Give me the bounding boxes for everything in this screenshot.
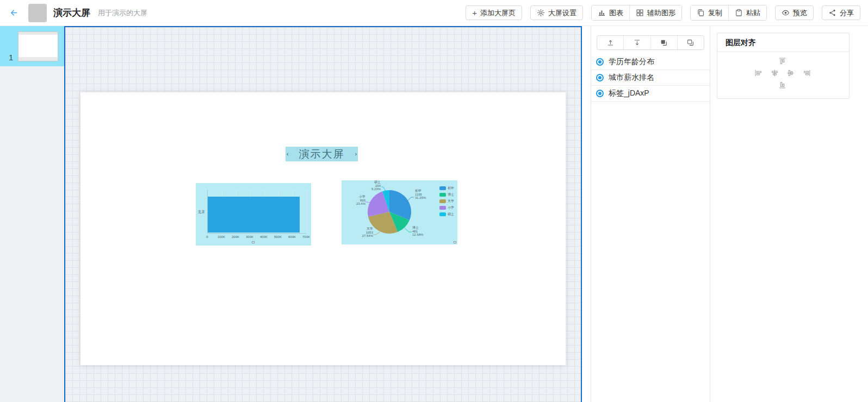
bar-chart-bar [208, 197, 300, 233]
pie-slice-label: 小学89523.4% [348, 195, 365, 206]
bar-chart-x-tick-label: 500K [274, 235, 282, 238]
preview-label: 预览 [793, 8, 807, 18]
pie-legend-item[interactable]: 初中 [439, 186, 457, 190]
align-bottom-icon [778, 81, 786, 89]
copy-button[interactable]: 复制 [691, 5, 728, 20]
chart-button[interactable]: 图表 [592, 5, 629, 20]
shapes-grid-icon [636, 9, 644, 17]
clipboard-button-group: 复制 粘贴 [690, 5, 767, 21]
align-horizontal-center-icon [771, 69, 779, 77]
resize-handle-bottom-icon[interactable] [252, 241, 255, 243]
align-right-icon [803, 69, 811, 77]
legend-swatch-icon [439, 206, 446, 210]
bar-chart-x-tick-label: 100K [218, 235, 225, 238]
page-subtitle: 用于演示的大屏 [98, 8, 147, 18]
slide-surface[interactable]: ‹ 演示大屏 › 北京 0100K200K300K400K500K600K700… [80, 92, 566, 365]
layer-align-body [717, 52, 849, 98]
pie-slice-label: 博士48112.58% [412, 226, 423, 237]
plus-icon: + [472, 9, 477, 17]
legend-swatch-icon [439, 212, 446, 216]
align-top-button[interactable] [778, 57, 787, 66]
align-right-button[interactable] [803, 69, 811, 78]
insert-button-group: 图表 辅助图形 [591, 5, 682, 21]
paste-label: 粘贴 [746, 8, 760, 18]
bar-chart-x-tick-label: 600K [288, 235, 296, 238]
legend-label: 硕士 [448, 212, 454, 217]
move-to-top-button[interactable] [597, 36, 623, 49]
page-thumbnail-preview[interactable] [18, 32, 58, 61]
back-button[interactable] [7, 6, 21, 20]
align-top-icon [778, 57, 786, 65]
screen-settings-button[interactable]: 大屏设置 [530, 5, 583, 20]
copy-icon [697, 9, 705, 17]
resize-handle-left-icon[interactable]: ‹ [287, 152, 288, 157]
send-backward-icon [686, 39, 695, 47]
move-to-bottom-button[interactable] [623, 36, 650, 49]
legend-label: 大学 [448, 199, 454, 204]
layer-item-label: 标签_jDAxP [609, 89, 649, 98]
bar-chart-x-tick-label: 0 [206, 235, 208, 238]
pie-chart-element[interactable]: 初中119531.25%博士48112.58%大学105327.54%小学895… [342, 180, 457, 244]
layer-item[interactable]: 城市薪水排名 [591, 70, 710, 86]
pie-legend-item[interactable]: 博士 [439, 192, 457, 197]
arrow-left-icon [10, 9, 18, 17]
share-button[interactable]: 分享 [822, 5, 860, 20]
layer-item[interactable]: 标签_jDAxP [591, 86, 710, 102]
pie-label-leader-line [373, 232, 380, 235]
layer-toolbar [597, 35, 704, 50]
resize-handle-right-icon[interactable]: › [355, 152, 357, 157]
add-page-label: 添加大屏页 [480, 8, 516, 18]
legend-label: 博士 [448, 192, 454, 197]
copy-label: 复制 [708, 8, 722, 18]
pie-legend-item[interactable]: 硕士 [439, 212, 457, 216]
pie-slice-label: 初中119531.25% [415, 189, 426, 200]
add-page-button[interactable]: + 添加大屏页 [466, 5, 522, 20]
layer-item-label: 城市薪水排名 [609, 73, 654, 83]
layer-item[interactable]: 学历年龄分布 [591, 54, 710, 70]
pie-legend-item[interactable]: 小学 [439, 205, 457, 210]
pie-label-leader-line [405, 228, 412, 232]
align-vertical-center-button[interactable] [786, 69, 795, 78]
pie-slice-label: 大学105327.54% [355, 227, 373, 238]
pie-label-leader-line [365, 202, 370, 203]
bar-chart-plot [207, 190, 306, 234]
bar-chart-x-tick-label: 700K [302, 235, 310, 238]
bar-chart-icon [598, 9, 606, 17]
align-left-button[interactable] [754, 69, 763, 78]
design-canvas[interactable]: ‹ 演示大屏 › 北京 0100K200K300K400K500K600K700… [64, 26, 582, 402]
legend-label: 初中 [448, 186, 454, 191]
align-vertical-center-icon [786, 69, 795, 77]
aux-shape-label: 辅助图形 [647, 8, 675, 18]
send-backward-button[interactable] [677, 36, 704, 49]
header: 演示大屏 用于演示的大屏 + 添加大屏页 大屏设置 图表 [0, 0, 868, 26]
aux-shape-button[interactable]: 辅助图形 [629, 5, 681, 20]
legend-label: 小学 [448, 205, 454, 210]
preview-button[interactable]: 预览 [775, 5, 814, 20]
bar-chart-element[interactable]: 北京 0100K200K300K400K500K600K700K [196, 183, 311, 246]
align-bottom-button[interactable] [778, 81, 787, 90]
paste-icon [735, 9, 743, 17]
paste-button[interactable]: 粘贴 [728, 5, 766, 20]
layer-visibility-radio[interactable] [596, 58, 604, 66]
bring-forward-button[interactable] [650, 36, 677, 49]
eye-icon [782, 9, 790, 17]
layer-visibility-radio[interactable] [596, 90, 604, 97]
resize-handle-corner-icon[interactable] [454, 241, 456, 243]
pie-legend-item[interactable]: 大学 [439, 199, 457, 203]
bar-chart-category-label: 北京 [198, 210, 205, 215]
legend-swatch-icon [439, 193, 446, 197]
legend-swatch-icon [439, 199, 446, 203]
page-title: 演示大屏 [53, 7, 90, 19]
layer-visibility-radio[interactable] [596, 74, 604, 81]
canvas-title-element[interactable]: ‹ 演示大屏 › [286, 147, 358, 161]
gear-icon [537, 9, 545, 17]
page-thumbnail-item-selected[interactable]: 1 [0, 26, 64, 66]
bar-chart-x-tick-label: 200K [232, 235, 239, 238]
pie-slice-label: 硕士2005.23% [363, 180, 381, 191]
bar-chart-x-tick-label: 400K [260, 235, 268, 238]
page-thumbnail-rail: 1 [0, 26, 64, 402]
canvas-title-text: 演示大屏 [299, 147, 345, 161]
align-horizontal-center-button[interactable] [771, 69, 779, 78]
move-to-bottom-icon [633, 39, 641, 47]
screen-settings-label: 大屏设置 [548, 8, 576, 18]
